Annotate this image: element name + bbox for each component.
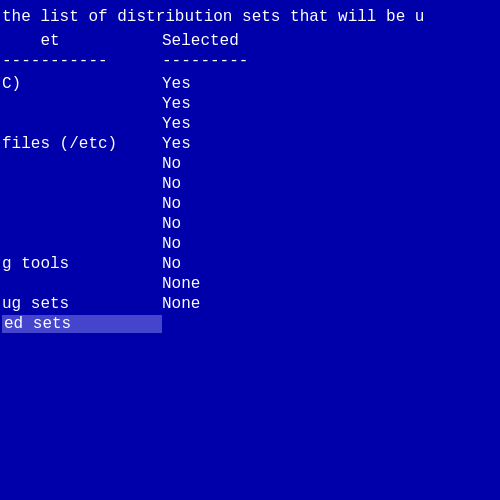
row-value-10: None bbox=[162, 275, 262, 293]
table-row-highlighted[interactable]: ed sets bbox=[2, 314, 500, 334]
row-name-8 bbox=[2, 235, 162, 253]
table-row: No bbox=[2, 234, 500, 254]
row-name-0: C) bbox=[2, 75, 162, 93]
row-value-11: None bbox=[162, 295, 262, 313]
table-row: No bbox=[2, 194, 500, 214]
divider-set: ----------- bbox=[2, 52, 162, 70]
row-name-11: ug sets bbox=[2, 295, 162, 313]
row-name-1 bbox=[2, 95, 162, 113]
table-row: Yes bbox=[2, 94, 500, 114]
table-container: et Selected ----------- --------- C) Yes… bbox=[0, 30, 500, 334]
row-name-12: ed sets bbox=[2, 315, 162, 333]
table-divider: ----------- --------- bbox=[2, 52, 500, 74]
row-name-5 bbox=[2, 175, 162, 193]
column-headers: et Selected bbox=[2, 30, 500, 52]
row-name-9: g tools bbox=[2, 255, 162, 273]
header-text: the list of distribution sets that will … bbox=[0, 0, 500, 30]
row-value-3: Yes bbox=[162, 135, 262, 153]
row-value-8: No bbox=[162, 235, 262, 253]
row-name-4 bbox=[2, 155, 162, 173]
row-value-4: No bbox=[162, 155, 262, 173]
divider-selected: --------- bbox=[162, 52, 262, 70]
row-value-6: No bbox=[162, 195, 262, 213]
col-header-selected: Selected bbox=[162, 32, 262, 50]
row-value-2: Yes bbox=[162, 115, 262, 133]
row-value-5: No bbox=[162, 175, 262, 193]
screen: the list of distribution sets that will … bbox=[0, 0, 500, 500]
row-name-3: files (/etc) bbox=[2, 135, 162, 153]
table-row: g tools No bbox=[2, 254, 500, 274]
row-value-1: Yes bbox=[162, 95, 262, 113]
row-name-10 bbox=[2, 275, 162, 293]
table-row: ug sets None bbox=[2, 294, 500, 314]
table-row: No bbox=[2, 174, 500, 194]
row-value-7: No bbox=[162, 215, 262, 233]
row-name-2 bbox=[2, 115, 162, 133]
row-value-9: No bbox=[162, 255, 262, 273]
row-value-12 bbox=[162, 315, 262, 333]
table-row: C) Yes bbox=[2, 74, 500, 94]
row-name-6 bbox=[2, 195, 162, 213]
table-row: None bbox=[2, 274, 500, 294]
table-row: Yes bbox=[2, 114, 500, 134]
table-row: No bbox=[2, 214, 500, 234]
table-row: files (/etc) Yes bbox=[2, 134, 500, 154]
row-value-0: Yes bbox=[162, 75, 262, 93]
table-row: No bbox=[2, 154, 500, 174]
row-name-7 bbox=[2, 215, 162, 233]
col-header-set: et bbox=[2, 32, 162, 50]
